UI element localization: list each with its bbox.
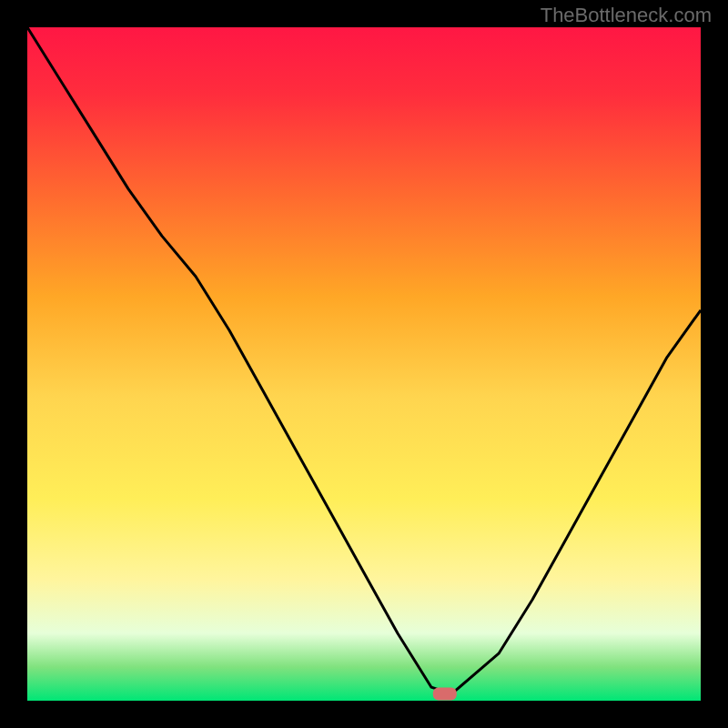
watermark-text: TheBottleneck.com [541,4,712,27]
optimal-marker [433,688,457,701]
gradient-background [27,27,701,701]
chart-svg [27,27,701,701]
bottleneck-chart [27,27,701,701]
